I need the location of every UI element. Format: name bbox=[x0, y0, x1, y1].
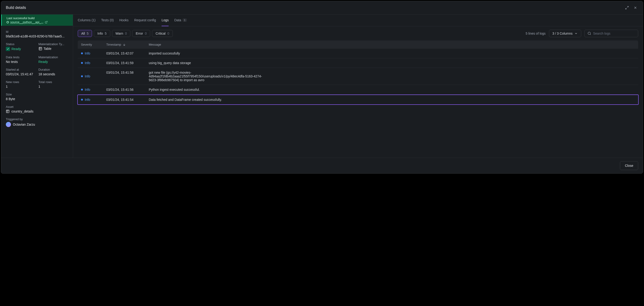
last-build-label: Last successful build bbox=[6, 16, 68, 20]
severity-cell: Info bbox=[81, 71, 106, 82]
log-row[interactable]: Info 03/01/24, 15:42:07 imported success… bbox=[78, 49, 638, 58]
filter-error[interactable]: Error 0 bbox=[132, 30, 150, 37]
filter-chips: All 5 Info 5 Warn 0 Error 0 bbox=[78, 30, 173, 37]
close-icon bbox=[634, 6, 637, 10]
last-build-name: source__python__api_... bbox=[10, 20, 44, 24]
field-size: Size 8 Byte bbox=[6, 93, 68, 101]
tab-request-config[interactable]: Request config bbox=[134, 15, 156, 26]
col-severity[interactable]: Severity bbox=[81, 43, 106, 46]
chevron-down-icon bbox=[574, 32, 578, 35]
tab-hooks[interactable]: Hooks bbox=[119, 15, 129, 26]
col-timestamp[interactable]: Timestamp bbox=[106, 43, 149, 46]
info-dot-icon bbox=[81, 75, 83, 77]
field-asset: Asset country_details bbox=[6, 105, 68, 113]
field-materialization-type: Materialization Ty... Table bbox=[38, 42, 68, 51]
severity-label: Info bbox=[85, 52, 90, 55]
tab-tests[interactable]: Tests (0) bbox=[101, 15, 114, 26]
last-successful-build[interactable]: Last successful build source__python__ap… bbox=[1, 15, 73, 26]
severity-cell: Info bbox=[81, 88, 106, 91]
field-data-tests: Data tests No tests bbox=[6, 55, 36, 64]
severity-label: Info bbox=[85, 98, 90, 101]
toolbar-right: 5 lines of logs 3 / 3 Columns bbox=[526, 30, 638, 37]
dialog-body: Last successful build source__python__ap… bbox=[1, 15, 643, 158]
severity-label: Info bbox=[85, 88, 90, 91]
severity-label: Info bbox=[85, 74, 90, 78]
search-icon bbox=[588, 32, 591, 35]
dialog-title: Build details bbox=[6, 6, 26, 10]
info-dot-icon bbox=[81, 62, 83, 64]
logs-toolbar: All 5 Info 5 Warn 0 Error 0 bbox=[73, 27, 643, 41]
col-message[interactable]: Message bbox=[149, 43, 635, 46]
filter-warn[interactable]: Warn 0 bbox=[112, 30, 130, 37]
log-row[interactable]: Info 03/01/24, 15:41:59 using big_query … bbox=[78, 58, 638, 68]
log-table: Severity Timestamp Message Info 03/01/24… bbox=[73, 41, 643, 105]
external-link-icon bbox=[45, 21, 48, 24]
sidebar-content: Id bfa0b1e8-a1d8-4c03-8290-b76b7aae5... … bbox=[1, 26, 73, 135]
log-header: Severity Timestamp Message bbox=[78, 41, 638, 49]
field-id: Id bfa0b1e8-a1d8-4c03-8290-b76b7aae5... bbox=[6, 30, 68, 38]
severity-label: Info bbox=[85, 61, 90, 65]
close-button[interactable]: Close bbox=[620, 161, 638, 170]
avatar bbox=[6, 122, 11, 127]
svg-rect-0 bbox=[39, 47, 42, 50]
build-details-dialog: Build details Last successful build sour… bbox=[1, 1, 643, 174]
message-cell: using big_query data storage bbox=[149, 61, 268, 65]
check-icon bbox=[6, 47, 10, 51]
tab-data[interactable]: Data 1 bbox=[174, 15, 187, 26]
field-total-rows: Total rows 1 bbox=[38, 80, 68, 88]
info-dot-icon bbox=[81, 52, 83, 54]
filter-all[interactable]: All 5 bbox=[78, 30, 92, 37]
arrow-down-icon bbox=[122, 43, 126, 46]
filter-info[interactable]: Info 5 bbox=[94, 30, 110, 37]
info-dot-icon bbox=[81, 89, 83, 91]
timestamp-cell: 03/01/24, 15:42:07 bbox=[106, 52, 149, 55]
info-dot-icon bbox=[81, 99, 83, 101]
log-row[interactable]: Info 03/01/24, 15:41:54 Data fetched and… bbox=[77, 94, 639, 105]
message-cell: got new file (gs://y42-movies-4d94aa2f1f… bbox=[149, 71, 268, 82]
tab-columns[interactable]: Columns (1) bbox=[78, 15, 96, 26]
search-input[interactable] bbox=[593, 32, 635, 35]
tab-data-badge: 1 bbox=[182, 19, 187, 22]
field-started-at: Started at 03/01/24, 15:41:47 bbox=[6, 68, 36, 76]
main-panel: Columns (1) Tests (0) Hooks Request conf… bbox=[73, 15, 643, 158]
field-materialization: Materialization Ready bbox=[38, 55, 68, 64]
timestamp-cell: 03/01/24, 15:41:59 bbox=[106, 61, 149, 65]
title-actions bbox=[624, 5, 638, 11]
last-build-link[interactable]: source__python__api_... bbox=[6, 20, 68, 24]
field-new-rows: New rows 1 bbox=[6, 80, 36, 88]
dialog-footer: Close bbox=[1, 158, 643, 173]
close-x-button[interactable] bbox=[632, 5, 638, 11]
svg-rect-1 bbox=[6, 110, 9, 113]
log-row[interactable]: Info 03/01/24, 15:41:56 Python ingest ex… bbox=[78, 85, 638, 94]
field-status: Status Ready bbox=[6, 42, 36, 51]
table-icon bbox=[6, 109, 10, 113]
filter-critical[interactable]: Critical 0 bbox=[152, 30, 173, 37]
message-cell: Data fetched and DataFrame created succe… bbox=[149, 98, 268, 101]
table-icon bbox=[38, 47, 42, 51]
severity-cell: Info bbox=[81, 52, 106, 55]
log-row[interactable]: Info 03/01/24, 15:41:58 got new file (gs… bbox=[78, 68, 638, 85]
severity-cell: Info bbox=[81, 98, 106, 101]
expand-button[interactable] bbox=[624, 5, 630, 11]
expand-icon bbox=[625, 6, 629, 10]
columns-dropdown[interactable]: 3 / 3 Columns bbox=[549, 30, 581, 37]
lines-of-logs: 5 lines of logs bbox=[526, 32, 546, 35]
message-cell: Python ingest executed successful. bbox=[149, 88, 268, 91]
timestamp-cell: 03/01/24, 15:41:54 bbox=[106, 98, 149, 101]
status-dot-icon bbox=[6, 21, 9, 23]
timestamp-cell: 03/01/24, 15:41:56 bbox=[106, 88, 149, 91]
tabs: Columns (1) Tests (0) Hooks Request conf… bbox=[73, 15, 643, 27]
field-duration: Duration 18 seconds bbox=[38, 68, 68, 76]
svg-point-2 bbox=[588, 32, 590, 35]
field-triggered-by: Triggered by Octavian Zarzu bbox=[6, 117, 68, 127]
message-cell: imported successfully bbox=[149, 52, 268, 55]
severity-cell: Info bbox=[81, 61, 106, 65]
status-badge: Ready bbox=[6, 47, 21, 51]
sidebar: Last successful build source__python__ap… bbox=[1, 15, 73, 158]
search-box[interactable] bbox=[584, 30, 638, 37]
timestamp-cell: 03/01/24, 15:41:58 bbox=[106, 71, 149, 82]
titlebar: Build details bbox=[1, 1, 643, 15]
tab-logs[interactable]: Logs bbox=[162, 15, 168, 26]
